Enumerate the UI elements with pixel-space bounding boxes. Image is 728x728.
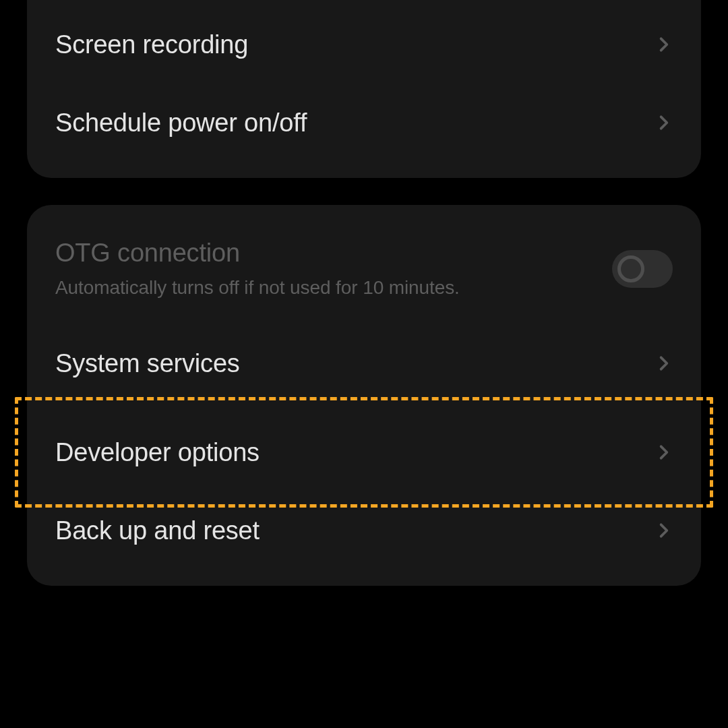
row-screen-recording[interactable]: Screen recording bbox=[27, 0, 701, 89]
row-system-services[interactable]: System services bbox=[27, 319, 701, 408]
label-otg-subtitle: Automatically turns off if not used for … bbox=[55, 277, 596, 299]
chevron-right-icon bbox=[655, 36, 673, 53]
chevron-right-icon bbox=[655, 114, 673, 131]
label-screen-recording: Screen recording bbox=[55, 30, 248, 59]
label-schedule-power: Schedule power on/off bbox=[55, 109, 307, 138]
label-system-services: System services bbox=[55, 349, 240, 378]
label-otg-title: OTG connection bbox=[55, 239, 596, 268]
chevron-right-icon bbox=[655, 355, 673, 372]
row-backup-reset[interactable]: Back up and reset bbox=[27, 497, 701, 586]
row-developer-options[interactable]: Developer options bbox=[27, 408, 701, 497]
chevron-right-icon bbox=[655, 522, 673, 539]
chevron-right-icon bbox=[655, 444, 673, 461]
label-backup-reset: Back up and reset bbox=[55, 516, 260, 545]
toggle-knob bbox=[617, 255, 644, 282]
label-developer-options: Developer options bbox=[55, 438, 260, 467]
row-schedule-power[interactable]: Schedule power on/off bbox=[27, 89, 701, 178]
row-otg-connection[interactable]: OTG connection Automatically turns off i… bbox=[27, 205, 701, 319]
toggle-otg[interactable] bbox=[612, 250, 673, 288]
